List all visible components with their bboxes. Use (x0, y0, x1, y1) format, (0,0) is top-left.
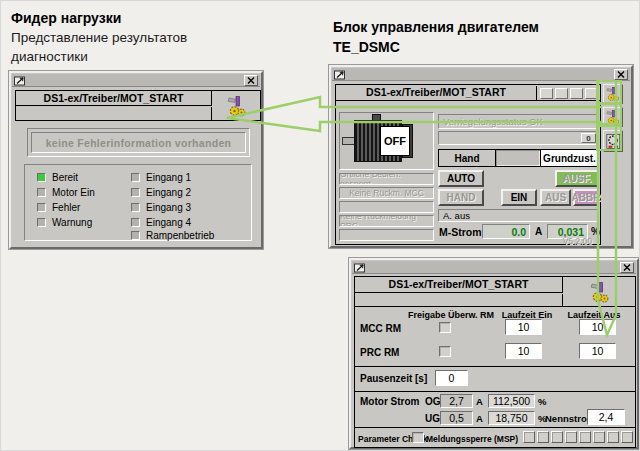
mode-row: Hand Grundzust. (438, 149, 599, 167)
indicator-label: Bereit (52, 172, 78, 183)
alarm-cell (570, 88, 583, 99)
prc-laufzeit-ein-field[interactable]: 10 (505, 343, 542, 359)
window-feeder-diagnostics: DS1-ex/Treiber/MOT_START keine Fehlerinf… (9, 71, 263, 249)
window3-subheader-bar (355, 294, 563, 306)
og-unit: A (476, 396, 483, 407)
window3-titlebar[interactable] (352, 261, 636, 274)
ug-amps-field[interactable]: 0,5 (440, 411, 473, 425)
mode-middle-cell (496, 150, 540, 166)
indicator-label: Eingang 2 (146, 187, 191, 198)
divider (355, 366, 635, 367)
ug-pct-field[interactable]: 18,750 (488, 411, 535, 425)
indicator-label: Fehler (52, 202, 80, 213)
led-eingang-1 (131, 173, 140, 182)
param-check-checkbox[interactable] (412, 432, 424, 443)
msp-checkbox[interactable] (607, 431, 619, 443)
og-pct-field[interactable]: 112,500 (488, 394, 535, 408)
heading-right-line2: TE_DSMC (333, 37, 539, 57)
parameter-icon-button[interactable] (603, 130, 623, 152)
operating-state-field: A. aus (438, 209, 599, 222)
indicator-label: Motor Ein (52, 187, 95, 198)
prc-laufzeit-aus-field[interactable]: 10 (579, 343, 616, 359)
window-motor-control: DS1-ex/Treiber/MOT_START OFF Örtliche Be… (329, 65, 633, 248)
msp-checkbox[interactable] (579, 431, 591, 443)
faceplate-title: DS1-ex/Treiber/MOT_START (341, 86, 531, 98)
ausf-button[interactable]: AUSF. (555, 170, 599, 187)
led-eingang-4 (131, 218, 140, 227)
close-icon (617, 71, 625, 78)
og-label: OG (425, 396, 441, 407)
status-bar-empty-2 (339, 229, 434, 241)
indicator-groupbox: Bereit Motor Ein Fehler Warnung Eingang … (24, 164, 252, 241)
window1-header: DS1-ex/Treiber/MOT_START (15, 90, 261, 121)
heading-left-sub1: Представление результатов (11, 28, 187, 47)
indicator-label: Rampenbetrieb (146, 230, 214, 241)
msp-checkbox[interactable] (621, 431, 633, 443)
pause-label: Pausenzeit [s] (360, 373, 427, 384)
mcc-laufzeit-aus-field[interactable]: 10 (579, 319, 616, 335)
ein-button[interactable]: EIN (501, 189, 537, 206)
motor-terminal (372, 114, 381, 121)
window1-titlebar[interactable] (12, 74, 260, 87)
auto-button[interactable]: AUTO (438, 170, 484, 187)
row-label-prc: PRC RM (360, 347, 399, 358)
window1-subheader-bar (16, 107, 212, 120)
msp-checkbox[interactable] (537, 431, 549, 443)
status-bar-prc: Keine Rückmeldung PRC (339, 215, 434, 227)
led-eingang-2 (131, 188, 140, 197)
ack-button[interactable]: 0 (581, 133, 596, 143)
parameter-icon (606, 133, 621, 150)
led-warnung (37, 218, 46, 227)
led-eingang-3 (131, 203, 140, 212)
hand-button[interactable]: HAND (438, 189, 484, 206)
indicator-label: Eingang 3 (146, 202, 191, 213)
alarm-cell (585, 88, 598, 99)
window3-panel: DS1-ex/Treiber/MOT_START Freigabe Überw.… (354, 276, 636, 448)
mcc-laufzeit-ein-field[interactable]: 10 (505, 319, 542, 335)
faceplate-icon-button-1[interactable] (603, 84, 623, 104)
pause-field[interactable]: 0 (435, 370, 468, 386)
close-button[interactable] (244, 75, 258, 86)
faceplate-icon-button-2[interactable] (603, 107, 623, 127)
nennstrom-field[interactable]: 2,4 (587, 409, 625, 425)
col-header-freigabe: Freigabe Überw. RM (401, 310, 501, 320)
msp-checkbox[interactable] (565, 431, 577, 443)
led-bereit (37, 173, 46, 182)
mcc-rm-checkbox[interactable] (439, 322, 451, 333)
faceplate-title: DS1-ex/Treiber/MOT_START (16, 91, 212, 106)
divider (355, 306, 635, 307)
msp-checkbox[interactable] (551, 431, 563, 443)
row-label-mcc: MCC RM (360, 323, 401, 334)
aus-button[interactable]: AUS (540, 189, 571, 206)
msp-checkbox[interactable] (523, 431, 535, 443)
window2-titlebar[interactable] (332, 68, 630, 81)
window-icon (14, 75, 26, 86)
status-bar-mcc: Keine Rückm. MCC (339, 187, 434, 199)
close-button[interactable] (614, 69, 628, 80)
prc-rm-checkbox[interactable] (439, 346, 451, 357)
msp-label: Meldungssperre (MSP) (426, 434, 518, 444)
indicator-label: Warnung (52, 217, 92, 228)
window3-header-icon-cell (563, 277, 636, 306)
alarm-cell-strip (536, 86, 598, 100)
og-amps-field[interactable]: 2,7 (440, 394, 473, 408)
mstrom-amps-field: 0.0 (482, 224, 530, 239)
msp-checkbox[interactable] (593, 431, 605, 443)
heading-left: Фидер нагрузки Представление результатов… (11, 8, 187, 66)
ack-bar: 0 (438, 131, 599, 145)
heading-left-title: Фидер нагрузки (11, 8, 187, 28)
heading-right: Блок управления двигателем TE_DSMC (333, 17, 539, 57)
status-bar-empty-1 (339, 201, 434, 213)
window2-panel: DS1-ex/Treiber/MOT_START OFF Örtliche Be… (335, 84, 601, 245)
abbr-button[interactable]: ABBR (573, 189, 599, 206)
heading-left-sub2: диагностики (11, 47, 187, 66)
mode-state-label: Grundzust. (540, 150, 598, 166)
mstrom-pct-unit: % (591, 226, 600, 237)
status-bar-local-op: Örtliche Bedien. gesperrt (339, 173, 434, 185)
og-pct-unit: % (538, 396, 546, 407)
mstrom-amps-unit: A (535, 226, 542, 237)
close-button[interactable] (620, 262, 634, 273)
close-icon (247, 77, 255, 84)
alarm-cell (540, 88, 553, 99)
window-parameters: DS1-ex/Treiber/MOT_START Freigabe Überw.… (349, 258, 639, 449)
